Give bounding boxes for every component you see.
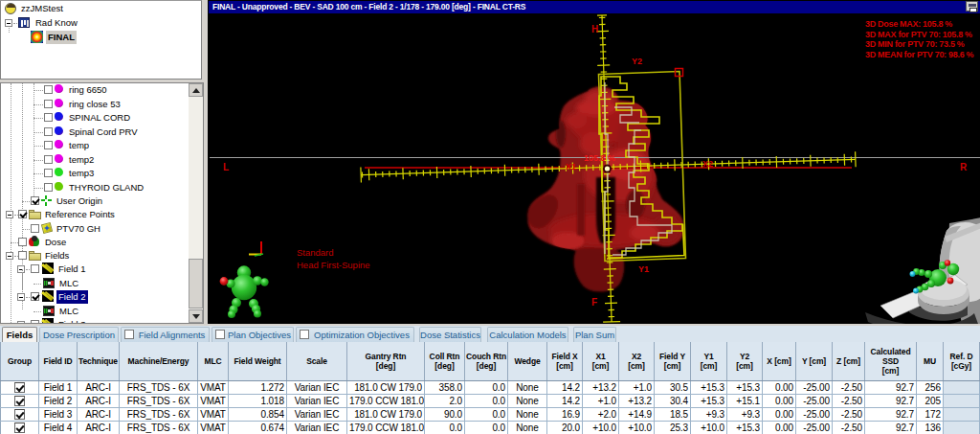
svg-text:Head First-Supine: Head First-Supine: [297, 260, 370, 270]
svg-text:F: F: [591, 297, 597, 308]
svg-text:Y1: Y1: [638, 264, 649, 274]
svg-text:L: L: [223, 162, 229, 172]
svg-text:H: H: [591, 24, 598, 34]
svg-text:3D MAX for PTV 70: 105.8 %: 3D MAX for PTV 70: 105.8 %: [865, 30, 972, 39]
svg-text:Y2: Y2: [632, 57, 642, 66]
svg-text:R: R: [960, 162, 968, 172]
svg-text:3D Dose MAX: 105.8 %: 3D Dose MAX: 105.8 %: [865, 19, 952, 29]
svg-text:X2: X2: [702, 159, 713, 169]
svg-text:X1: X1: [566, 162, 576, 171]
svg-text:3D MEAN for PTV 70: 98.6 %: 3D MEAN for PTV 70: 98.6 %: [865, 50, 974, 59]
svg-text:Standard: Standard: [297, 247, 334, 258]
svg-text:105.8 %: 105.8 %: [584, 153, 615, 163]
svg-text:3D MIN for PTV 70: 73.5 %: 3D MIN for PTV 70: 73.5 %: [865, 39, 965, 49]
